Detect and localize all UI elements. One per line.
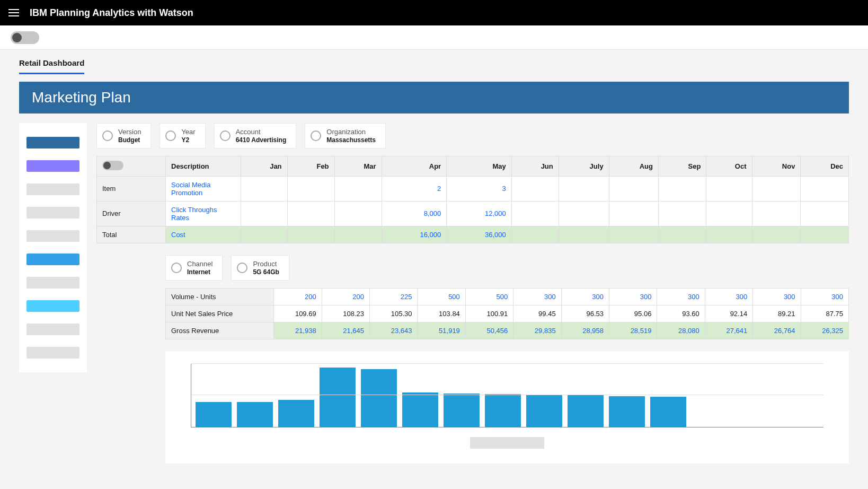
data-cell[interactable]: [334, 201, 382, 226]
data-cell[interactable]: 21,645: [322, 322, 369, 339]
sidebar-item[interactable]: [26, 254, 79, 265]
data-cell[interactable]: [752, 226, 801, 243]
data-cell[interactable]: 300: [657, 288, 705, 305]
sidebar-item[interactable]: [26, 137, 79, 149]
data-cell[interactable]: 300: [705, 288, 752, 305]
link-cell[interactable]: Cost: [166, 226, 241, 243]
data-cell[interactable]: [559, 201, 609, 226]
data-cell[interactable]: [752, 201, 801, 226]
link-cell[interactable]: Click Throughs Rates: [166, 201, 241, 226]
data-cell[interactable]: 300: [753, 288, 801, 305]
data-cell[interactable]: [334, 176, 382, 201]
data-cell[interactable]: 29,835: [513, 322, 561, 339]
data-cell[interactable]: 28,958: [561, 322, 609, 339]
filter-channel[interactable]: ChannelInternet: [165, 255, 223, 281]
sidebar-item[interactable]: [26, 300, 79, 312]
data-cell[interactable]: 103.84: [418, 305, 465, 322]
data-cell[interactable]: 50,456: [465, 322, 513, 339]
filter-account[interactable]: Account6410 Advertising: [214, 123, 297, 149]
mode-toggle[interactable]: [11, 31, 39, 44]
data-cell[interactable]: 3: [447, 176, 512, 201]
data-cell[interactable]: [559, 176, 609, 201]
data-cell[interactable]: 27,641: [705, 322, 752, 339]
data-cell[interactable]: [801, 201, 849, 226]
data-cell[interactable]: 96.53: [561, 305, 609, 322]
data-cell[interactable]: [658, 226, 706, 243]
data-cell[interactable]: 500: [418, 288, 465, 305]
data-cell[interactable]: 16,000: [382, 226, 447, 243]
data-cell[interactable]: [241, 176, 288, 201]
data-cell[interactable]: [658, 201, 706, 226]
menu-icon[interactable]: [8, 9, 19, 16]
tab-retail-dashboard[interactable]: Retail Dashboard: [19, 58, 84, 74]
data-cell[interactable]: [334, 226, 382, 243]
data-cell[interactable]: 200: [322, 288, 369, 305]
data-cell[interactable]: [511, 226, 559, 243]
table-toggle[interactable]: [102, 161, 123, 170]
data-cell[interactable]: 109.69: [274, 305, 322, 322]
plan-table: DescriptionJanFebMarAprMayJunJulyAugSepO…: [96, 156, 849, 243]
data-cell[interactable]: 225: [370, 288, 418, 305]
data-cell[interactable]: 300: [609, 288, 657, 305]
data-cell[interactable]: 36,000: [447, 226, 512, 243]
data-cell[interactable]: 26,325: [801, 322, 848, 339]
link-cell[interactable]: Social Media Promotion: [166, 176, 241, 201]
data-cell[interactable]: 500: [465, 288, 513, 305]
sidebar-item[interactable]: [26, 324, 79, 335]
chart-bar: [609, 396, 645, 427]
data-cell[interactable]: [658, 176, 706, 201]
data-cell[interactable]: [287, 176, 334, 201]
data-cell[interactable]: 92.14: [705, 305, 752, 322]
data-cell[interactable]: 100.91: [465, 305, 513, 322]
data-cell[interactable]: 21,938: [274, 322, 322, 339]
data-cell[interactable]: [511, 201, 559, 226]
sidebar-item[interactable]: [26, 160, 79, 172]
data-cell[interactable]: 200: [274, 288, 322, 305]
data-cell[interactable]: 99.45: [513, 305, 561, 322]
sidebar-item[interactable]: [26, 230, 79, 242]
data-cell[interactable]: [287, 226, 334, 243]
chart-bar: [568, 395, 604, 427]
data-cell[interactable]: [511, 176, 559, 201]
data-cell[interactable]: [609, 226, 658, 243]
data-cell[interactable]: 87.75: [801, 305, 848, 322]
sidebar-item[interactable]: [26, 347, 79, 359]
data-cell[interactable]: 28,080: [657, 322, 705, 339]
revenue-table: Volume - Units20020022550050030030030030…: [165, 288, 849, 339]
data-cell[interactable]: 105.30: [370, 305, 418, 322]
data-cell[interactable]: [801, 226, 849, 243]
data-cell[interactable]: 12,000: [447, 201, 512, 226]
data-cell[interactable]: 23,643: [370, 322, 418, 339]
data-cell[interactable]: [287, 201, 334, 226]
data-cell[interactable]: 300: [801, 288, 848, 305]
data-cell[interactable]: 300: [513, 288, 561, 305]
data-cell[interactable]: [706, 176, 752, 201]
sidebar: [19, 123, 87, 372]
sidebar-item[interactable]: [26, 184, 79, 195]
data-cell[interactable]: [706, 201, 752, 226]
data-cell[interactable]: [801, 176, 849, 201]
data-cell[interactable]: 26,764: [753, 322, 801, 339]
data-cell[interactable]: 2: [382, 176, 447, 201]
filter-organization[interactable]: OrganizationMassachussetts: [305, 123, 386, 149]
data-cell[interactable]: 93.60: [657, 305, 705, 322]
data-cell[interactable]: [559, 226, 609, 243]
data-cell[interactable]: 300: [561, 288, 609, 305]
data-cell[interactable]: 95.06: [609, 305, 657, 322]
data-cell[interactable]: [609, 201, 658, 226]
data-cell[interactable]: [706, 226, 752, 243]
data-cell[interactable]: [752, 176, 801, 201]
data-cell[interactable]: [609, 176, 658, 201]
data-cell[interactable]: [241, 226, 288, 243]
filter-version[interactable]: VersionBudget: [96, 123, 151, 149]
sidebar-item[interactable]: [26, 207, 79, 219]
filter-year[interactable]: YearY2: [160, 123, 205, 149]
filter-product[interactable]: Product5G 64Gb: [231, 255, 289, 281]
sidebar-item[interactable]: [26, 277, 79, 289]
data-cell[interactable]: 8,000: [382, 201, 447, 226]
data-cell[interactable]: 108.23: [322, 305, 369, 322]
data-cell[interactable]: 51,919: [418, 322, 465, 339]
data-cell[interactable]: 28,519: [609, 322, 657, 339]
data-cell[interactable]: [241, 201, 288, 226]
data-cell[interactable]: 89.21: [753, 305, 801, 322]
